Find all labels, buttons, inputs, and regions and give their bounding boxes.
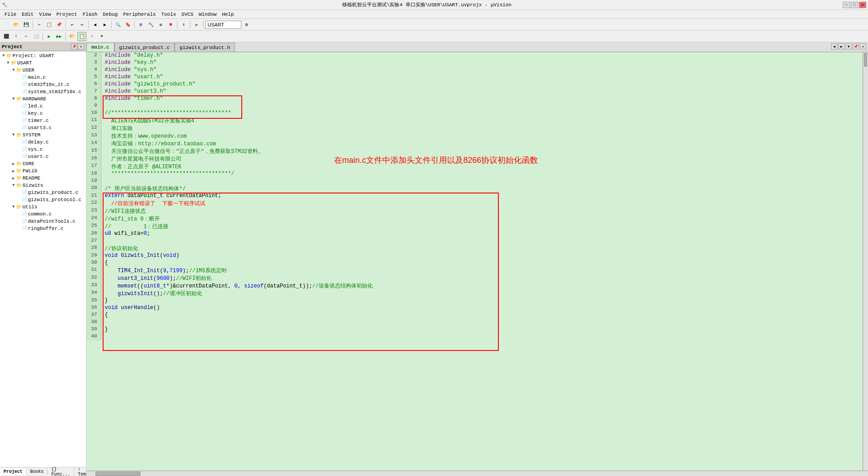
compile-btn[interactable]: ⚙ xyxy=(136,20,145,29)
t2-btn1[interactable]: ⬛ xyxy=(2,32,11,41)
minimize-button[interactable]: ─ xyxy=(843,2,850,8)
horizontal-scrollbar[interactable] xyxy=(86,471,868,476)
line-content-12: 串口实验 xyxy=(101,125,863,132)
build-btn[interactable]: 🔨 xyxy=(146,20,155,29)
line-content-33: memset((uint8_t*)&currentDataPoint, 0, s… xyxy=(101,282,863,290)
tree-key[interactable]: 📄 key.c xyxy=(0,110,86,117)
tree-delay[interactable]: 📄 delay.c xyxy=(0,139,86,146)
new-file-btn[interactable]: 📄 xyxy=(2,20,11,29)
tree-core[interactable]: ▶ 📁 CORE xyxy=(0,160,86,167)
t2-btn5[interactable]: ▶ xyxy=(45,32,54,41)
stop-btn[interactable]: ■ xyxy=(166,20,175,29)
line-num-27: 27 xyxy=(86,238,101,245)
fwlib-label: FWLib xyxy=(23,168,37,174)
tree-system[interactable]: 📄 system_stm32f10x.c xyxy=(0,88,86,95)
vertical-scrollbar[interactable] xyxy=(863,52,868,471)
file-icon6: 📄 xyxy=(22,118,28,123)
tree-datapoint-tools[interactable]: 📄 dataPointTools.c xyxy=(0,218,86,225)
tree-stm32-it[interactable]: 📄 stm32f10x_it.c xyxy=(0,81,86,88)
t2-btn4[interactable]: ⬜ xyxy=(32,32,41,41)
menu-file[interactable]: File xyxy=(2,11,19,18)
tree-usart3[interactable]: 📄 usart3.c xyxy=(0,124,86,131)
menu-peripherals[interactable]: Peripherals xyxy=(120,11,158,18)
file-icon3: 📄 xyxy=(22,89,28,94)
find-btn[interactable]: 🔍 xyxy=(113,20,122,29)
tree-system-folder[interactable]: ▼ 📁 SYSTEM xyxy=(0,131,86,139)
tree-gizwits[interactable]: ▼ 📁 Gizwits xyxy=(0,182,86,189)
tree-fwlib[interactable]: ▶ 📁 FWLib xyxy=(0,167,86,175)
tree-usart[interactable]: ▼ 📁 USART xyxy=(0,59,86,67)
t2-btn7[interactable]: 📂 xyxy=(68,32,77,41)
tree-ringbuffer[interactable]: 📄 ringbuffer.c xyxy=(0,225,86,232)
tree-led[interactable]: 📄 led.c xyxy=(0,103,86,110)
panel-pin-btn[interactable]: 📌 xyxy=(71,44,77,49)
tree-timer[interactable]: 📄 timer.c xyxy=(0,117,86,124)
code-content[interactable]: 在main.c文件中添加头文件引用以及8266协议初始化函数 2 #includ… xyxy=(86,52,863,471)
navigate-back-btn[interactable]: ◀ xyxy=(90,20,99,29)
close-button[interactable]: ✕ xyxy=(859,2,866,8)
copy-btn[interactable]: 📋 xyxy=(45,20,54,29)
line-num-21: 21 xyxy=(86,193,101,200)
t2-btn2[interactable]: ↕ xyxy=(12,32,21,41)
tree-main-c[interactable]: 📄 main.c xyxy=(0,74,86,81)
paste-btn[interactable]: 📌 xyxy=(54,20,63,29)
tree-sys[interactable]: 📄 sys.c xyxy=(0,146,86,153)
tab-gizwits-product-h[interactable]: gizwits_product.h xyxy=(175,43,235,52)
menu-debug[interactable]: Debug xyxy=(100,11,120,18)
bookmark-btn[interactable]: 🔖 xyxy=(123,20,132,29)
t2-btn8[interactable]: 📋 xyxy=(77,32,86,41)
menu-view[interactable]: View xyxy=(36,11,54,18)
line-18: 18 *************************************… xyxy=(86,171,863,178)
cut-btn[interactable]: ✂ xyxy=(35,20,44,29)
tree-root[interactable]: ▼ 📁 Project: USART xyxy=(0,52,86,59)
panel-close-btn[interactable]: ✕ xyxy=(78,44,84,49)
system-folder-label: SYSTEM xyxy=(23,132,41,138)
line-num-16: 16 xyxy=(86,155,101,163)
menu-project[interactable]: Project xyxy=(54,11,80,18)
tab-right-btn[interactable]: ▶ xyxy=(838,43,845,49)
t2-btn6[interactable]: ▶▶ xyxy=(54,32,63,41)
tab-close-btn[interactable]: ✕ xyxy=(860,43,866,49)
gizwits-protocol-c-label: gizwits_protocol.c xyxy=(28,197,81,202)
file-icon5: 📄 xyxy=(22,111,28,116)
navigate-fwd-btn[interactable]: ▶ xyxy=(100,20,109,29)
tree-gizwits-product-c[interactable]: 📄 gizwits_product.c xyxy=(0,189,86,196)
open-btn[interactable]: 📂 xyxy=(12,20,21,29)
redo-btn[interactable]: ↪ xyxy=(77,20,86,29)
menu-window[interactable]: Window xyxy=(196,11,220,18)
undo-btn[interactable]: ↩ xyxy=(68,20,77,29)
debug-start-btn[interactable]: ▶ xyxy=(192,20,201,29)
save-btn[interactable]: 💾 xyxy=(22,20,31,29)
t2-btn3[interactable]: ↔ xyxy=(22,32,31,41)
tree-usart-c[interactable]: 📄 usart.c xyxy=(0,153,86,160)
download-btn[interactable]: ⬇ xyxy=(179,20,188,29)
tree-hardware[interactable]: ▼ 📁 HARDWARE xyxy=(0,95,86,103)
tree-common-c[interactable]: 📄 common.c xyxy=(0,211,86,218)
tab-pin-btn[interactable]: 📌 xyxy=(853,43,859,49)
hscroll-thumb[interactable] xyxy=(95,472,140,476)
maximize-button[interactable]: □ xyxy=(851,2,858,8)
tab-gizwits-product-h-label: gizwits_product.h xyxy=(180,45,230,50)
menu-svcs[interactable]: SVCS xyxy=(179,11,196,18)
menu-tools[interactable]: Tools xyxy=(158,11,179,18)
menu-help[interactable]: Help xyxy=(219,11,236,18)
target-input[interactable] xyxy=(205,21,241,29)
target-options-btn[interactable]: ⚙ xyxy=(242,20,251,29)
tree-gizwits-protocol-c[interactable]: 📄 gizwits_protocol.c xyxy=(0,196,86,203)
t2-btn9[interactable]: ⬇ xyxy=(87,32,96,41)
tree-readme[interactable]: ▶ 📁 README xyxy=(0,175,86,182)
menu-flash[interactable]: Flash xyxy=(80,11,100,18)
tree-utils[interactable]: ▼ 📁 Utils xyxy=(0,203,86,211)
tab-left-btn[interactable]: ◀ xyxy=(831,43,837,49)
rebuild-btn[interactable]: ♻ xyxy=(156,20,165,29)
tab-func[interactable]: {} Func... xyxy=(48,466,74,476)
tab-books[interactable]: Books xyxy=(27,468,48,475)
line-num-26: 26 xyxy=(86,230,101,238)
tab-menu-btn[interactable]: ▼ xyxy=(845,43,852,49)
menu-edit[interactable]: Edit xyxy=(19,11,36,18)
tab-project[interactable]: Project xyxy=(0,468,27,475)
tree-user[interactable]: ▼ 📁 USER xyxy=(0,67,86,74)
tab-main-c[interactable]: main.c xyxy=(86,43,114,52)
tab-gizwits-product-c[interactable]: gizwits_product.c xyxy=(114,43,175,52)
t2-btn10[interactable]: ● xyxy=(97,32,106,41)
